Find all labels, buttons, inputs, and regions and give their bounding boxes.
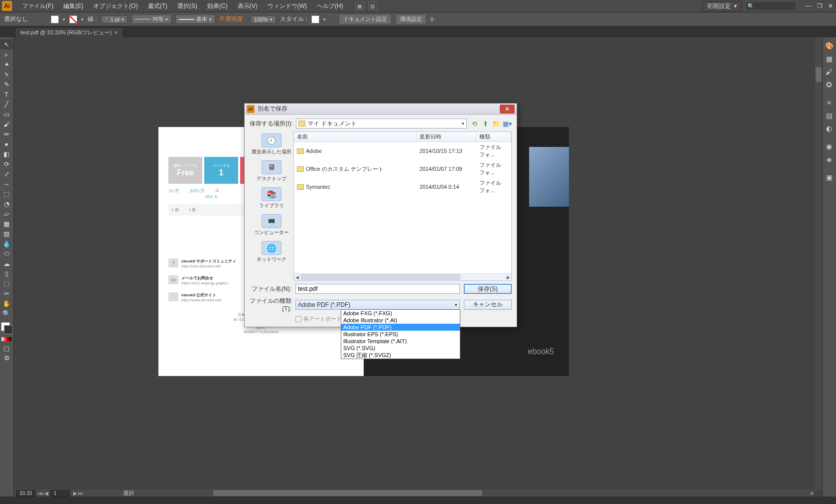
graphic-styles-panel-icon[interactable]: ◈: [823, 153, 836, 166]
line-tool[interactable]: ╱: [0, 99, 13, 109]
menu-object[interactable]: オブジェクト(O): [88, 2, 142, 10]
filetype-dropdown[interactable]: Adobe FXG (*.FXG) Adobe Illustrator (*.A…: [341, 309, 460, 359]
shape-builder-tool[interactable]: ◔: [0, 199, 13, 209]
table-row[interactable]: Adobe 2014/10/15 17:13 ファイル フォ...: [294, 142, 511, 160]
artboard-tool[interactable]: ⬚: [0, 278, 13, 288]
layout-icon-2[interactable]: ▥: [368, 1, 377, 10]
col-name[interactable]: 名前: [294, 132, 417, 141]
next-icon[interactable]: ▶: [73, 491, 77, 496]
menu-effect[interactable]: 効果(C): [202, 2, 233, 10]
horizontal-scrollbar-thumb[interactable]: [213, 490, 482, 496]
filetype-option[interactable]: SVG (*.SVG): [341, 345, 460, 352]
doc-setup-button[interactable]: ドキュメント設定: [339, 14, 392, 24]
menu-window[interactable]: ウィンドウ(W): [263, 2, 312, 10]
lasso-tool[interactable]: ᔭ: [0, 69, 13, 79]
vertical-scrollbar[interactable]: [815, 37, 822, 490]
maximize-icon[interactable]: ❐: [816, 3, 823, 9]
transparency-panel-icon[interactable]: ◐: [823, 122, 836, 135]
symbol-tool[interactable]: ☁: [0, 258, 13, 268]
blob-brush-tool[interactable]: ●: [0, 139, 13, 149]
slice-tool[interactable]: ✂: [0, 288, 13, 298]
filetype-combo[interactable]: Adobe PDF (*.PDF) ▾: [295, 300, 460, 310]
stroke-dash[interactable]: 均等▾: [132, 14, 171, 24]
layout-icon-1[interactable]: ▦: [355, 1, 364, 10]
place-recent[interactable]: 🕘最近表示した場所: [250, 131, 293, 157]
col-date[interactable]: 更新日時: [417, 132, 476, 141]
stroke-weight[interactable]: ⌃1 pt▾: [101, 15, 128, 23]
filetype-option[interactable]: Adobe FXG (*.FXG): [341, 310, 460, 317]
pencil-tool[interactable]: ✏: [0, 129, 13, 139]
location-combo[interactable]: マイ ドキュメント ▾: [296, 119, 467, 128]
zoom-tool[interactable]: 🔍: [0, 308, 13, 318]
selection-tool[interactable]: ↖: [0, 39, 13, 49]
layers-panel-icon[interactable]: ▣: [823, 171, 836, 184]
brushes-panel-icon[interactable]: 🖌: [823, 65, 836, 78]
scale-tool[interactable]: ⤢: [0, 169, 13, 179]
stroke-panel-icon[interactable]: ≡: [823, 96, 836, 109]
scroll-right-icon[interactable]: ▶: [505, 274, 511, 280]
page-field[interactable]: 1: [50, 490, 70, 497]
menu-select[interactable]: 選択(S): [172, 2, 202, 10]
place-network[interactable]: 🌐ネットワーク: [250, 239, 293, 265]
filetype-option[interactable]: Adobe Illustrator (*.AI): [341, 317, 460, 324]
gradient-panel-icon[interactable]: ▤: [823, 109, 836, 122]
dialog-titlebar[interactable]: Ai 別名で保存 ✕: [245, 104, 517, 115]
env-setup-button[interactable]: 環境設定: [396, 14, 426, 24]
color-panel-icon[interactable]: 🎨: [823, 39, 836, 52]
eyedropper-tool[interactable]: 💧: [0, 239, 13, 249]
magic-wand-tool[interactable]: ✦: [0, 59, 13, 69]
perspective-tool[interactable]: ▱: [0, 209, 13, 219]
menu-file[interactable]: ファイル(F): [17, 2, 58, 10]
view-menu-icon[interactable]: ▦▾: [503, 119, 512, 128]
dialog-close-button[interactable]: ✕: [500, 105, 515, 114]
file-list-header[interactable]: 名前 更新日時 種類: [294, 132, 511, 142]
filetype-option[interactable]: SVG 圧縮 (*.SVGZ): [341, 352, 460, 359]
cancel-button[interactable]: キャンセル: [464, 300, 512, 310]
color-mode[interactable]: [0, 335, 13, 343]
nav-back-icon[interactable]: ⟲: [470, 119, 479, 128]
table-row[interactable]: Office のカスタム テンプレート 2014/01/07 17:09 ファイ…: [294, 160, 511, 178]
chevron-down-icon[interactable]: ▾: [323, 17, 326, 22]
mesh-tool[interactable]: ▦: [0, 219, 13, 229]
new-folder-icon[interactable]: 📁: [492, 119, 501, 128]
minimize-icon[interactable]: —: [805, 3, 812, 9]
nav-up-icon[interactable]: ⬆: [481, 119, 490, 128]
stroke-profile[interactable]: 基本▾: [175, 14, 215, 24]
col-type[interactable]: 種類: [476, 132, 511, 141]
place-libraries[interactable]: 📚ライブラリ: [250, 185, 293, 211]
search-input[interactable]: [754, 1, 794, 10]
last-icon[interactable]: ⏭: [78, 491, 83, 496]
menu-view[interactable]: 表示(V): [233, 2, 263, 10]
prev-icon[interactable]: ◀: [44, 491, 48, 496]
graph-tool[interactable]: ▯: [0, 268, 13, 278]
free-transform-tool[interactable]: ⬚: [0, 189, 13, 199]
align-icon[interactable]: ⊩: [430, 15, 436, 23]
swatches-panel-icon[interactable]: ▦: [823, 52, 836, 65]
direct-select-tool[interactable]: ▹: [0, 49, 13, 59]
filetype-option[interactable]: Illustrator EPS (*.EPS): [341, 331, 460, 338]
view-mode[interactable]: ⧉: [0, 353, 13, 363]
place-desktop[interactable]: 🖥デスクトップ: [250, 158, 293, 184]
pen-tool[interactable]: ✎: [0, 79, 13, 89]
filename-input[interactable]: [295, 284, 460, 294]
blend-tool[interactable]: ⬭: [0, 249, 13, 258]
eraser-tool[interactable]: ◧: [0, 149, 13, 159]
gradient-tool[interactable]: ▨: [0, 229, 13, 239]
width-tool[interactable]: ↔: [0, 179, 13, 189]
place-computer[interactable]: 💻コンピューター: [250, 212, 293, 238]
type-tool[interactable]: T: [0, 89, 13, 99]
stroke-swatch[interactable]: [69, 15, 77, 23]
menu-help[interactable]: ヘルプ(H): [312, 2, 348, 10]
menu-edit[interactable]: 編集(E): [58, 2, 88, 10]
appearance-panel-icon[interactable]: ◉: [823, 140, 836, 153]
workspace-switcher[interactable]: 初期設定▾: [702, 1, 741, 11]
opacity-input[interactable]: 100%▾: [251, 15, 276, 23]
artboard-checkbox[interactable]: [295, 316, 301, 322]
file-list[interactable]: 名前 更新日時 種類 Adobe 2014/10/15 17:13 ファイル フ…: [293, 131, 512, 281]
rectangle-tool[interactable]: ▭: [0, 109, 13, 119]
zoom-field[interactable]: 33.33: [16, 490, 35, 497]
close-icon[interactable]: ✕: [827, 3, 834, 9]
file-list-h-scrollbar[interactable]: ◀ ▶: [294, 273, 511, 280]
document-tab[interactable]: test.pdf @ 33.33% (RGB/プレビュー) ×: [15, 27, 123, 37]
table-row[interactable]: Symantec 2014/01/04 0:14 ファイル フォ...: [294, 178, 511, 196]
